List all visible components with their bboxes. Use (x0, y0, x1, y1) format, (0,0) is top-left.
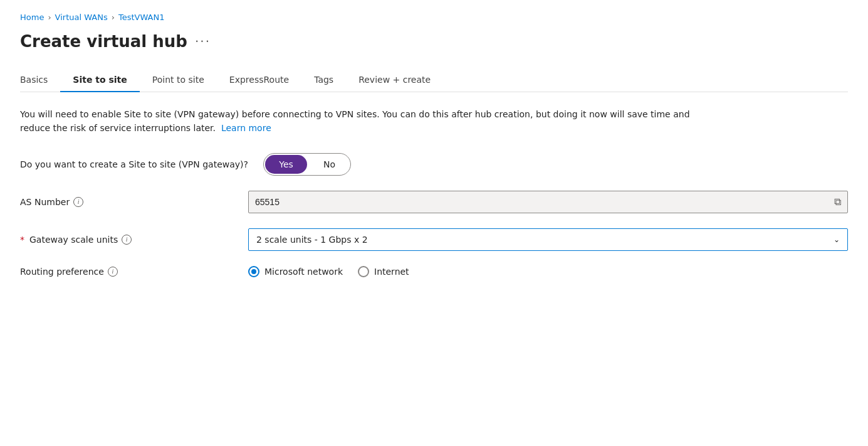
radio-microsoft-network-icon (248, 266, 259, 277)
routing-preference-radio-group: Microsoft network Internet (248, 266, 848, 277)
title-more-options[interactable]: ··· (195, 34, 211, 49)
tab-tags[interactable]: Tags (301, 68, 346, 92)
routing-preference-label-text: Routing preference (20, 267, 104, 277)
as-number-control: ⧉ (248, 191, 848, 213)
vpn-gateway-label-text: Do you want to create a Site to site (VP… (20, 159, 248, 169)
as-number-row: AS Number i ⧉ (20, 191, 848, 213)
breadcrumb-virtual-wans[interactable]: Virtual WANs (55, 13, 108, 22)
routing-microsoft-network-label: Microsoft network (264, 267, 343, 277)
vpn-gateway-label: Do you want to create a Site to site (VP… (20, 159, 248, 169)
gateway-scale-units-value: 2 scale units - 1 Gbps x 2 (256, 235, 368, 245)
section-description: You will need to enable Site to site (VP… (20, 107, 709, 135)
as-number-copy-icon[interactable]: ⧉ (834, 196, 841, 208)
gateway-scale-units-dropdown[interactable]: 2 scale units - 1 Gbps x 2 ⌄ (248, 228, 848, 251)
radio-internet-icon (358, 266, 369, 277)
breadcrumb-home[interactable]: Home (20, 13, 44, 22)
breadcrumb-sep-1: › (48, 13, 51, 22)
routing-microsoft-network[interactable]: Microsoft network (248, 266, 343, 277)
chevron-down-icon: ⌄ (834, 235, 840, 244)
required-indicator: * (20, 235, 24, 245)
learn-more-link[interactable]: Learn more (221, 123, 271, 133)
gateway-scale-units-control: 2 scale units - 1 Gbps x 2 ⌄ (248, 228, 848, 251)
description-text: You will need to enable Site to site (VP… (20, 109, 690, 133)
routing-preference-label: Routing preference i (20, 267, 233, 277)
as-number-label: AS Number i (20, 197, 233, 207)
tab-expressroute[interactable]: ExpressRoute (217, 68, 301, 92)
breadcrumb-testvwan1[interactable]: TestVWAN1 (118, 13, 165, 22)
as-number-input[interactable] (255, 197, 829, 207)
routing-preference-control: Microsoft network Internet (248, 266, 848, 277)
toggle-yes[interactable]: Yes (265, 155, 307, 174)
tab-site-to-site[interactable]: Site to site (60, 68, 139, 92)
routing-internet-label: Internet (374, 267, 409, 277)
page-title: Create virtual hub (20, 32, 187, 51)
vpn-gateway-row: Do you want to create a Site to site (VP… (20, 153, 848, 176)
tab-review-create[interactable]: Review + create (346, 68, 443, 92)
page-title-row: Create virtual hub ··· (20, 32, 848, 51)
routing-preference-info-icon[interactable]: i (108, 267, 118, 277)
toggle-no[interactable]: No (308, 154, 350, 175)
vpn-gateway-toggle-wrapper: Yes No (263, 153, 848, 176)
gateway-scale-units-info-icon[interactable]: i (122, 235, 132, 245)
as-number-info-icon[interactable]: i (73, 197, 83, 207)
breadcrumb-sep-2: › (112, 13, 115, 22)
as-number-input-wrapper: ⧉ (248, 191, 848, 213)
tab-basics[interactable]: Basics (20, 68, 60, 92)
routing-internet[interactable]: Internet (358, 266, 409, 277)
breadcrumb: Home › Virtual WANs › TestVWAN1 (20, 13, 848, 22)
vpn-gateway-toggle[interactable]: Yes No (263, 153, 351, 176)
tab-point-to-site[interactable]: Point to site (140, 68, 217, 92)
as-number-label-text: AS Number (20, 197, 70, 207)
routing-preference-row: Routing preference i Microsoft network I… (20, 266, 848, 277)
gateway-scale-units-label-text: Gateway scale units (29, 235, 118, 245)
gateway-scale-units-label: * Gateway scale units i (20, 235, 233, 245)
form-section: Do you want to create a Site to site (VP… (20, 153, 848, 277)
gateway-scale-units-row: * Gateway scale units i 2 scale units - … (20, 228, 848, 251)
tab-bar: Basics Site to site Point to site Expres… (20, 68, 848, 92)
